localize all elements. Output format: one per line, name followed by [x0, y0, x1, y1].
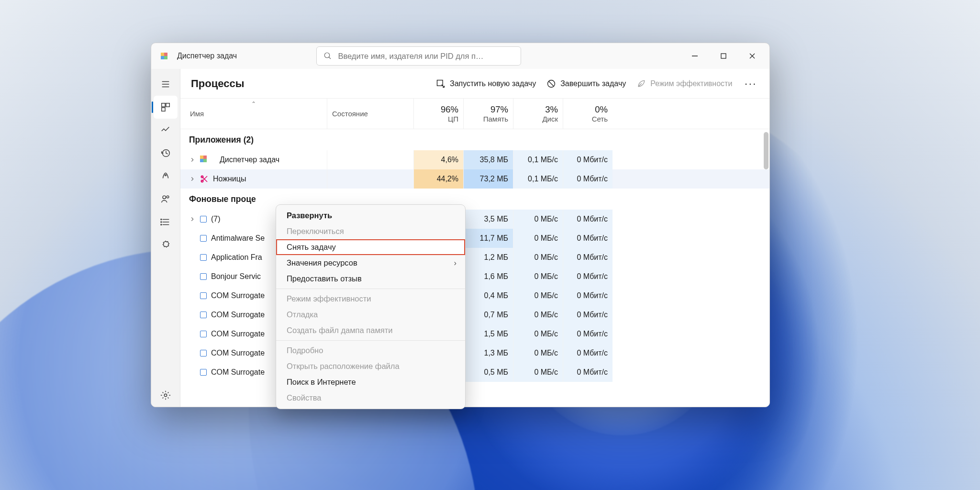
scrollbar-thumb[interactable] [764, 132, 768, 169]
nav-processes[interactable] [154, 96, 178, 119]
maximize-button[interactable] [709, 45, 738, 67]
cell-network: 0 Мбит/с [563, 248, 612, 267]
cell-memory: 35,8 МБ [463, 150, 513, 169]
menu-item: Режим эффективности [276, 291, 465, 307]
cell-disk: 0,1 МБ/с [513, 169, 563, 189]
cell-network: 0 Мбит/с [563, 210, 612, 229]
cell-cpu: 4,6% [413, 150, 463, 169]
menu-separator [276, 340, 465, 341]
cell-disk: 0 МБ/с [513, 363, 563, 382]
table-header[interactable]: ⌃Имя Состояние 96%ЦП 97%Память 3%Диск 0%… [180, 99, 769, 129]
cell-network: 0 Мбит/с [563, 363, 612, 382]
cell-memory: 1,2 МБ [463, 248, 513, 267]
search-input[interactable] [338, 52, 514, 61]
nav-history[interactable] [154, 142, 178, 165]
context-menu: РазвернутьПереключитьсяСнять задачуЗначе… [276, 204, 466, 409]
cell-disk: 0 МБ/с [513, 344, 563, 363]
process-name: Bonjour Servic [211, 272, 261, 281]
svg-point-19 [161, 219, 162, 220]
cell-disk: 0 МБ/с [513, 210, 563, 229]
process-table: ⌃Имя Состояние 96%ЦП 97%Память 3%Диск 0%… [180, 99, 769, 407]
nav-menu-button[interactable] [154, 73, 178, 96]
table-row[interactable]: Application Fra%1,2 МБ0 МБ/с0 Мбит/с [180, 248, 769, 267]
col-disk: 3%Диск [513, 99, 563, 129]
svg-point-20 [161, 222, 162, 223]
table-row[interactable]: Bonjour Servic%1,6 МБ0 МБ/с0 Мбит/с [180, 267, 769, 286]
process-name: COM Surrogate [211, 349, 265, 357]
svg-point-15 [167, 196, 169, 198]
chevron-right-icon[interactable] [189, 156, 196, 163]
svg-point-0 [325, 53, 330, 58]
chevron-right-icon: › [454, 258, 457, 267]
col-memory: 97%Память [463, 99, 513, 129]
cell-cpu: 44,2% [413, 169, 463, 189]
table-row[interactable]: COM Surrogate%1,5 МБ0 МБ/с0 Мбит/с [180, 324, 769, 344]
more-button[interactable]: ··· [743, 78, 759, 89]
menu-separator [276, 289, 465, 289]
menu-item[interactable]: Снять задачу [276, 239, 465, 255]
nav-details[interactable] [154, 211, 178, 234]
nav-services[interactable] [154, 234, 178, 256]
svg-rect-11 [162, 108, 165, 111]
cell-memory: 0,7 МБ [463, 305, 513, 324]
cell-disk: 0 МБ/с [513, 229, 563, 248]
run-new-task-icon [436, 79, 445, 89]
table-row[interactable]: Ножницы44,2%73,2 МБ0,1 МБ/с0 Мбит/с [180, 169, 769, 189]
toolbar: Процессы Запустить новую задачу Завершит… [180, 69, 769, 99]
leaf-icon [636, 79, 646, 89]
menu-item: Отладка [276, 307, 465, 323]
nav-settings[interactable] [154, 384, 178, 407]
menu-item[interactable]: Предоставить отзыв [276, 271, 465, 287]
group-background: Фоновые проце [180, 189, 769, 210]
menu-item[interactable]: Значения ресурсов› [276, 255, 465, 271]
table-row[interactable]: COM Surrogate%0,4 МБ0 МБ/с0 Мбит/с [180, 286, 769, 305]
table-row[interactable]: COM Surrogate%0,7 МБ0 МБ/с0 Мбит/с [180, 305, 769, 324]
menu-item: Свойства [276, 390, 465, 406]
efficiency-mode-button: Режим эффективности [636, 79, 732, 89]
menu-item: Переключиться [276, 223, 465, 239]
end-task-icon [546, 79, 556, 89]
cell-network: 0 Мбит/с [563, 324, 612, 344]
table-row[interactable]: COM Surrogate%1,3 МБ0 МБ/с0 Мбит/с [180, 344, 769, 363]
run-new-task-button[interactable]: Запустить новую задачу [436, 79, 536, 89]
process-name: COM Surrogate [211, 330, 265, 338]
menu-item[interactable]: Поиск в Интернете [276, 374, 465, 390]
cell-network: 0 Мбит/с [563, 305, 612, 324]
minimize-button[interactable] [680, 45, 709, 67]
col-network: 0%Сеть [563, 99, 612, 129]
table-row[interactable]: Диспетчер задач4,6%35,8 МБ0,1 МБ/с0 Мбит… [180, 150, 769, 169]
svg-rect-3 [721, 54, 726, 58]
menu-item[interactable]: Развернуть [276, 208, 465, 223]
menu-item: Открыть расположение файла [276, 358, 465, 374]
sort-indicator-icon: ⌃ [180, 100, 327, 107]
end-task-button[interactable]: Завершить задачу [546, 79, 626, 89]
cell-network: 0 Мбит/с [563, 169, 612, 189]
svg-rect-10 [166, 103, 169, 107]
search-box[interactable] [316, 46, 521, 66]
cell-disk: 0 МБ/с [513, 248, 563, 267]
cell-memory: 1,5 МБ [463, 324, 513, 344]
close-button[interactable] [738, 45, 767, 67]
search-icon [323, 52, 332, 60]
nav-users[interactable] [154, 188, 178, 211]
cell-disk: 0 МБ/с [513, 305, 563, 324]
group-apps: Приложения (2) [180, 129, 769, 150]
table-row[interactable]: Antimalware Se%11,7 МБ0 МБ/с0 Мбит/с [180, 229, 769, 248]
page-title: Процессы [191, 78, 244, 90]
process-name: COM Surrogate [211, 368, 265, 377]
cell-network: 0 Мбит/с [563, 229, 612, 248]
cell-network: 0 Мбит/с [563, 286, 612, 305]
svg-rect-9 [162, 103, 165, 107]
cell-memory: 0,5 МБ [463, 363, 513, 382]
table-row[interactable]: COM Surrogate%0,5 МБ0 МБ/с0 Мбит/с [180, 363, 769, 382]
nav-startup[interactable] [154, 165, 178, 188]
svg-point-13 [165, 175, 167, 176]
process-name: Диспетчер задач [220, 156, 279, 164]
svg-line-28 [549, 81, 554, 86]
chevron-right-icon[interactable] [189, 216, 196, 223]
chevron-right-icon[interactable] [189, 176, 196, 182]
table-row[interactable]: (7)%3,5 МБ0 МБ/с0 Мбит/с [180, 210, 769, 229]
col-cpu: 96%ЦП [413, 99, 463, 129]
col-name: ⌃Имя [180, 99, 327, 129]
nav-performance[interactable] [154, 119, 178, 142]
